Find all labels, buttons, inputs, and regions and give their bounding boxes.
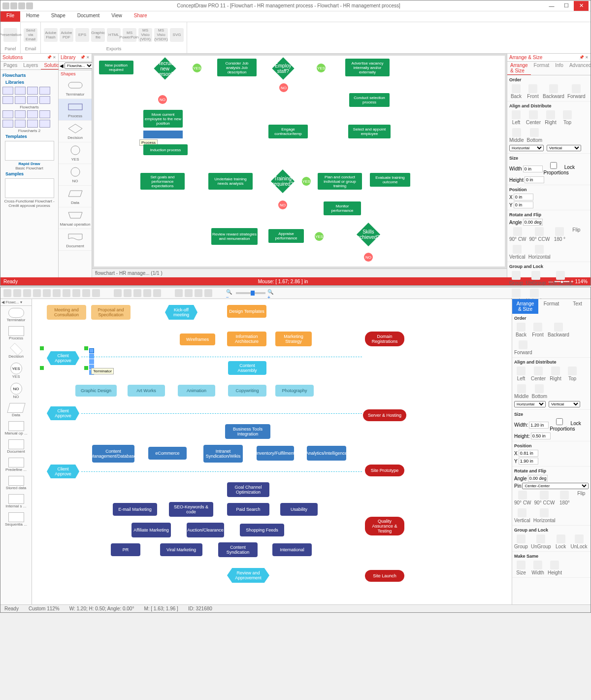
n-use[interactable]: Usability bbox=[280, 503, 318, 516]
node-new-position[interactable]: New position required bbox=[99, 61, 133, 74]
no1[interactable]: NO bbox=[158, 95, 167, 104]
node-undertake[interactable]: Undertake training needs analysis bbox=[208, 173, 253, 190]
node-conduct-sel[interactable]: Conduct selection process bbox=[349, 93, 390, 107]
node-recruit[interactable]: Recruit new person? bbox=[154, 57, 176, 79]
export-eps[interactable]: EPS bbox=[75, 28, 89, 42]
n-inv[interactable]: Inventory/Fulfilment bbox=[257, 446, 294, 461]
n-server[interactable]: Server & Hosting bbox=[363, 409, 406, 421]
no4[interactable]: NO bbox=[364, 253, 373, 262]
lib-dropdown[interactable]: Flowcha... bbox=[65, 63, 94, 69]
shape-process[interactable]: Process bbox=[59, 99, 92, 121]
s-terminator[interactable]: Terminator bbox=[0, 306, 32, 324]
pin-icon[interactable]: 📌 ✕ bbox=[47, 55, 56, 60]
node-select-appoint[interactable]: Select and appoint employee bbox=[348, 125, 391, 138]
yes2[interactable]: YES bbox=[317, 64, 326, 72]
node-skills[interactable]: Skills achieved? bbox=[357, 223, 380, 246]
n-ca2[interactable]: Client Approve bbox=[47, 406, 79, 420]
rapid-draw-toolbar[interactable] bbox=[143, 131, 183, 138]
node-engage[interactable]: Engage contractor/temp bbox=[268, 125, 308, 138]
n-paid[interactable]: Paid Search bbox=[227, 503, 269, 516]
s-yes[interactable]: YESYES bbox=[0, 361, 32, 381]
maximize-button[interactable]: ☐ bbox=[559, 1, 574, 11]
undo-icon[interactable] bbox=[18, 2, 25, 9]
node-training-req[interactable]: Training required? bbox=[271, 169, 295, 193]
n-kickoff[interactable]: Kick-off meeting bbox=[165, 305, 197, 320]
export-pdf[interactable]: Adobe PDF bbox=[60, 28, 73, 42]
yes4[interactable]: YES bbox=[315, 232, 324, 241]
n-wire[interactable]: Wireframes bbox=[180, 333, 215, 345]
export-graphic[interactable]: Graphic file bbox=[91, 28, 105, 42]
send-email-button[interactable]: Send via Email bbox=[24, 28, 37, 42]
presentation-button[interactable]: Presentation bbox=[3, 28, 17, 42]
no3[interactable]: NO bbox=[278, 200, 287, 209]
s-internal[interactable]: Internal s ... bbox=[0, 492, 32, 510]
n-pr[interactable]: PR bbox=[111, 543, 140, 556]
menu-file[interactable]: File bbox=[0, 11, 20, 22]
shape-terminator[interactable]: Terminator bbox=[59, 77, 92, 99]
n-cms[interactable]: Content Management/Database bbox=[92, 445, 134, 463]
no2[interactable]: NO bbox=[279, 83, 288, 92]
n-email[interactable]: E-mail Marketing bbox=[113, 503, 157, 516]
zoom-in-icon[interactable]: 🔍+ bbox=[267, 289, 275, 297]
n-auc[interactable]: Auction/Clearance bbox=[187, 523, 224, 537]
node-induction[interactable]: Induction process bbox=[143, 144, 188, 155]
shape-yes[interactable]: YES bbox=[59, 142, 92, 164]
n-shop[interactable]: Shopping Feeds bbox=[240, 524, 284, 536]
yes3[interactable]: YES bbox=[302, 177, 311, 186]
node-set-goals[interactable]: Set goals and performance expectations bbox=[140, 173, 185, 190]
tree-libraries[interactable]: Libraries bbox=[5, 79, 56, 86]
shape-no[interactable]: NO bbox=[59, 164, 92, 186]
menu-view[interactable]: View bbox=[105, 11, 128, 22]
zoom-slider[interactable]: — ━━●━━ + bbox=[548, 279, 573, 284]
selected-shape[interactable]: Client Approve bbox=[42, 348, 86, 368]
node-monitor[interactable]: Monitor performance bbox=[324, 201, 361, 215]
n-goal[interactable]: Goal Channel Optimization bbox=[227, 482, 269, 497]
n-domain[interactable]: Domain Registrations bbox=[365, 332, 404, 346]
node-move-emp[interactable]: Move current employee to the new positio… bbox=[143, 110, 183, 128]
export-ppt[interactable]: MS PowerPoint bbox=[123, 28, 136, 42]
order-front[interactable]: Front bbox=[526, 84, 540, 99]
n-design[interactable]: Design Templates bbox=[227, 305, 266, 318]
close-button[interactable]: ✕ bbox=[574, 1, 589, 11]
export-html[interactable]: HTML bbox=[107, 28, 121, 42]
node-appraise[interactable]: Appraise performance bbox=[268, 229, 304, 243]
n-proposal[interactable]: Proposal and Specification bbox=[91, 305, 131, 320]
zoom-slider2[interactable] bbox=[236, 292, 265, 294]
drawing-canvas-2[interactable]: Meeting and Consultation Proposal and Sp… bbox=[32, 299, 512, 604]
minimize-button[interactable]: — bbox=[544, 1, 559, 11]
order-backward[interactable]: Backward bbox=[543, 84, 564, 99]
n-intra[interactable]: Intranet Syndication/Wikis bbox=[203, 445, 243, 463]
yes1[interactable]: YES bbox=[193, 64, 201, 72]
s-no[interactable]: NONO bbox=[0, 381, 32, 401]
save-icon[interactable] bbox=[10, 2, 17, 9]
tree-flowcharts[interactable]: Flowcharts bbox=[2, 72, 56, 79]
n-ana[interactable]: Analytics/Intelligence bbox=[307, 446, 346, 461]
lib-thumb[interactable] bbox=[2, 87, 13, 95]
n-aff[interactable]: Affiliate Marketing bbox=[131, 523, 171, 537]
n-anim[interactable]: Animation bbox=[178, 385, 215, 397]
export-vsdx[interactable]: MS Visio (VSDX) bbox=[154, 28, 168, 42]
n-gd[interactable]: Graphic Design bbox=[75, 385, 117, 397]
n-seo[interactable]: SEO-Keywords & code bbox=[169, 502, 213, 517]
n-copy[interactable]: Copywriting bbox=[228, 385, 266, 397]
s-decision[interactable]: Decision bbox=[0, 342, 32, 361]
n-info[interactable]: Information Architecture bbox=[227, 332, 266, 346]
select-tool[interactable] bbox=[13, 289, 21, 297]
menu-document[interactable]: Document bbox=[71, 11, 106, 22]
pointer-tool[interactable] bbox=[3, 289, 11, 297]
s-stored[interactable]: Stored data bbox=[0, 474, 32, 492]
n-mkt[interactable]: Marketing Strategy bbox=[275, 332, 312, 346]
shape-data[interactable]: Data bbox=[59, 186, 92, 207]
s-manual[interactable]: Manual op ... bbox=[0, 419, 32, 437]
n-viral[interactable]: Viral Marketing bbox=[160, 543, 202, 556]
node-employ[interactable]: Employ staff? bbox=[272, 57, 294, 79]
menu-shape[interactable]: Shape bbox=[45, 11, 71, 22]
n-ecom[interactable]: eCommerce bbox=[148, 447, 187, 460]
export-flash[interactable]: Adobe Flash bbox=[44, 28, 58, 42]
zoom-out-icon[interactable]: 🔍− bbox=[226, 289, 234, 297]
node-consider[interactable]: Consider Job analysis Job description bbox=[217, 59, 257, 76]
drawing-canvas[interactable]: New position required Recruit new person… bbox=[94, 56, 505, 267]
order-back[interactable]: Back bbox=[509, 84, 523, 99]
rapid-tool[interactable] bbox=[89, 348, 94, 353]
n-proto[interactable]: Site Prototype bbox=[365, 465, 404, 476]
